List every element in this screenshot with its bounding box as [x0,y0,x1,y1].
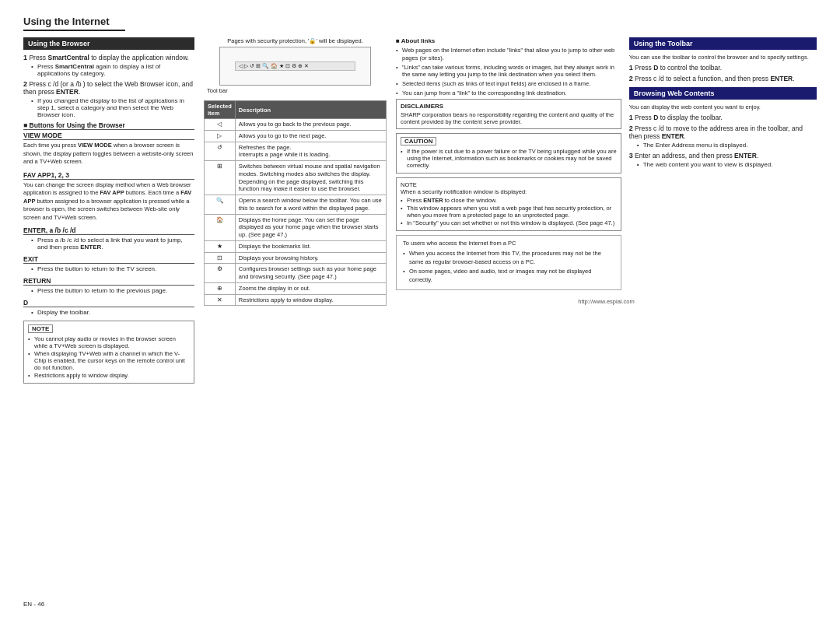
table-row: ⊞ Switches between virtual mouse and spa… [205,161,387,195]
desc-cell: Refreshes the page.Interrupts a page whi… [235,142,386,161]
bs1-text: Press D to display the toolbar. [635,114,723,121]
diagram-area: ◁ ▷ ↺ ⊞ 🔍 🏠 ★ ⊡ ⚙ ⊕ ✕ Tool bar [204,47,387,94]
note-item-2: When displaying TV+Web with a channel in… [28,350,190,371]
view-mode-section: VIEW MODE Each time you press VIEW MODE … [23,131,194,167]
ts2-text: Press c /d to select a function, and the… [635,75,795,82]
page-title: Using the Internet [23,16,125,31]
icon-cell: ▷ [205,130,236,142]
right-column: ■ About links Web pages on the Internet … [396,37,817,384]
desc-cell: Displays the bookmarks list. [235,240,386,252]
step-2-num: 2 [23,80,27,88]
return-title: RETURN [23,277,194,286]
fav-app-text: You can change the screen display method… [23,181,194,223]
icon-cell: ⊡ [205,252,236,264]
caution-list: If the power is cut due to a power failu… [401,148,617,169]
fav-app-title: FAV APP1, 2, 3 [23,171,194,180]
table-row: 🏠 Displays the home page. You can set th… [205,214,387,240]
to-users-item-1: When you access the Internet from this T… [403,250,614,266]
enter-title: ENTER, a /b /c /d [23,226,194,235]
note-security-list: •Press ENTER to close the window. •This … [401,197,617,226]
step-2-bullets: If you changed the display to the list o… [23,97,194,118]
table-row: ◁ Allows you to go back to the previous … [205,119,387,131]
browsing-step-3: 3 Enter an address, and then press ENTER… [629,152,817,168]
buttons-title: ■ Buttons for Using the Browser [23,121,194,130]
view-mode-text: Each time you press VIEW MODE when a bro… [23,142,194,167]
diagram-top-label: Pages with security protection, '🔒' will… [204,37,387,44]
icon-cell: 🔍 [205,195,236,215]
icon-cell: ↺ [205,142,236,161]
diagram-image: ◁ ▷ ↺ ⊞ 🔍 🏠 ★ ⊡ ⚙ ⊕ ✕ [219,47,371,86]
desc-cell: Switches between virtual mouse and spati… [235,161,386,195]
d-bullet-1: Display the toolbar. [31,309,194,316]
desc-cell: Displays your browsing history. [235,252,386,264]
right-sections: ■ About links Web pages on the Internet … [396,37,817,290]
step-1: 1 Press SmartCentral to display the appl… [23,54,194,77]
bs3-text: Enter an address, and then press ENTER. [635,152,758,160]
d-title: D [23,299,194,307]
desc-cell: Zooms the display in or out. [235,282,386,294]
desc-cell: Restrictions apply to window display. [235,294,386,306]
caution-box: CAUTION If the power is cut due to a pow… [396,133,621,174]
about-link-4: You can jump from a "link" to the corres… [396,89,621,97]
note-item-1: You cannot play audio or movies in the b… [28,335,190,349]
disclaimer-box: DISCLAIMERS SHARP corporation bears no r… [396,99,621,129]
bs2-bullets: The Enter Address menu is displayed. [629,142,817,149]
return-bullets: Press the button to return to the previo… [23,287,194,294]
note-security-box: NOTE When a security notification window… [396,177,621,231]
about-links-list: Web pages on the Internet often include … [396,47,621,97]
toolbar-section-header: Using the Toolbar [629,37,817,50]
enter-section: ENTER, a /b /c /d Press a /b /c /d to se… [23,226,194,251]
table-row: ⚙ Configures browser settings such as yo… [205,264,387,283]
icon-cell: ★ [205,240,236,252]
fav-app-content: You can change the screen display method… [23,181,194,223]
footer-url: http://www.espial.com [396,298,817,305]
view-mode-content: Each time you press VIEW MODE when a bro… [23,142,194,167]
enter-bullets: Press a /b /c /d to select a link that y… [23,237,194,251]
exit-section: EXIT Press the button to return to the T… [23,255,194,272]
col2-header: Description [235,101,386,119]
bs3-bullets: The web content you want to view is disp… [629,161,817,168]
diagram-wrapper: Pages with security protection, '🔒' will… [204,37,387,94]
bs2-num: 2 [629,124,633,132]
view-mode-title: VIEW MODE [23,131,194,140]
toolbar-label: Tool bar [207,87,387,94]
bs2-bullet-1: The Enter Address menu is displayed. [637,142,817,149]
enter-bullet-1: Press a /b /c /d to select a link that y… [31,237,194,251]
bs3-num: 3 [629,152,633,160]
disclaimer-text: SHARP corporation bears no responsibilit… [401,111,617,125]
desc-cell: Allows you to go to the next page. [235,130,386,142]
about-link-1: Web pages on the Internet often include … [396,47,621,62]
browser-note: NOTE You cannot play audio or movies in … [23,321,194,384]
note-security-title: NOTE [401,181,617,188]
icon-cell: 🏠 [205,214,236,240]
browsing-section-header: Browsing Web Contents [629,87,817,100]
about-link-2: "Links" can take various forms, includin… [396,64,621,79]
step-2: 2 Press c /d (or a /b ) to select the We… [23,80,194,118]
to-users-intro: To users who access the Internet from a … [403,240,614,248]
browsing-intro: You can display the web content you want… [629,103,817,110]
table-row: ⊡ Displays your browsing history. [205,252,387,264]
bs3-bullet-1: The web content you want to view is disp… [637,161,817,168]
toolbar-icons: ◁ ▷ ↺ ⊞ 🔍 🏠 ★ ⊡ ⚙ ⊕ ✕ [239,63,308,69]
note-security-intro: When a security notification window is d… [401,188,617,195]
bs1-num: 1 [629,114,633,121]
page-number: EN - 46 [23,601,44,608]
caution-item-1: If the power is cut due to a power failu… [401,148,617,169]
browser-section-header: Using the Browser [23,37,194,50]
d-bullets: Display the toolbar. [23,309,194,316]
to-users-item-2: On some pages, video and audio, text or … [403,268,614,284]
step-1-text: Press SmartCentral to display the applic… [29,54,189,61]
return-section: RETURN Press the button to return to the… [23,277,194,294]
ts1-text: Press D to control the toolbar. [635,64,722,72]
disclaimer-title: DISCLAIMERS [401,103,617,110]
toolbar-intro: You can use the toolbar to control the b… [629,54,817,61]
exit-title: EXIT [23,255,194,264]
step-2-bullet-1: If you changed the display to the list o… [31,97,194,118]
desc-cell: Displays the home page. You can set the … [235,214,386,240]
step-1-bullet-1: Press SmartCentral again to display a li… [31,63,194,77]
toolbar-step-1: 1 Press D to control the toolbar. [629,64,817,72]
caution-title: CAUTION [401,137,436,145]
browsing-step-1: 1 Press D to display the toolbar. [629,114,817,121]
right-right: Using the Toolbar You can use the toolba… [629,37,817,290]
fav-app-section: FAV APP1, 2, 3 You can change the screen… [23,171,194,223]
